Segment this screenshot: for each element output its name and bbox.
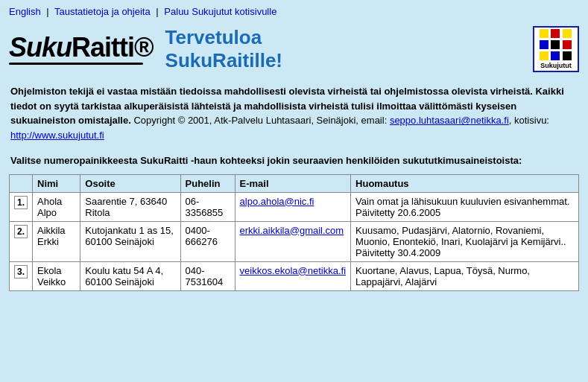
separator-1: |	[46, 6, 48, 17]
home-link[interactable]: Paluu Sukujutut kotisivulle	[164, 6, 276, 17]
table-body: 1.Ahola AlpoSaarentie 7, 63640 Ritola06-…	[10, 192, 579, 290]
row-number[interactable]: 1.	[10, 192, 33, 221]
table-row: 1.Ahola AlpoSaarentie 7, 63640 Ritola06-…	[10, 192, 579, 221]
disclaimer-comma: , kotisivu:	[509, 115, 549, 126]
row-number[interactable]: 2.	[10, 221, 33, 261]
badge-grid	[540, 29, 572, 60]
badge-cell	[551, 29, 560, 38]
top-navigation: English | Taustatietoja ja ohjeita | Pal…	[0, 0, 588, 20]
badge-cell	[563, 40, 572, 49]
table-row: 2.Aikkila ErkkiKutojankatu 1 as 15, 6010…	[10, 221, 579, 261]
col-email: E-mail	[235, 174, 351, 192]
separator-2: |	[156, 6, 158, 17]
badge-cell	[540, 40, 549, 49]
email-link[interactable]: erkki.aikkila@gmail.com	[240, 225, 344, 236]
row-nimi: Ahola Alpo	[33, 192, 80, 221]
badge-cell	[540, 29, 549, 38]
row-huomautus: Kuortane, Alavus, Lapua, Töysä, Nurmo, L…	[351, 261, 579, 290]
col-nimi: Nimi	[33, 174, 80, 192]
row-huomautus: Vain omat ja lähisukuun kuuluvien esivan…	[351, 192, 579, 221]
english-link[interactable]: English	[9, 6, 41, 17]
table-row: 3.Ekola VeikkoKoulu katu 54 A 4, 60100 S…	[10, 261, 579, 290]
row-huomautus: Kuusamo, Pudasjärvi, Alatornio, Rovaniem…	[351, 221, 579, 261]
header: SukuRaitti® Tervetuloa SukuRaitille! Suk…	[0, 20, 588, 78]
welcome-line2: SukuRaitille!	[165, 49, 521, 72]
row-nimi: Ekola Veikko	[33, 261, 80, 290]
logo-area: SukuRaitti®	[9, 34, 154, 65]
disclaimer-normal: Copyright © 2001, Atk-Palvelu Luhtasaari…	[131, 115, 387, 126]
col-huomautus: Huomautus	[351, 174, 579, 192]
row-puhelin: 06-3356855	[180, 192, 235, 221]
background-link[interactable]: Taustatietoja ja ohjeita	[54, 6, 151, 17]
logo-underline	[9, 63, 143, 65]
badge-cell	[551, 40, 560, 49]
badge-cell	[540, 51, 549, 60]
sukujutut-badge[interactable]: Sukujutut	[533, 26, 579, 72]
table-header-row: Nimi Osoite Puhelin E-mail Huomautus	[10, 174, 579, 192]
data-table: Nimi Osoite Puhelin E-mail Huomautus 1.A…	[9, 174, 579, 291]
row-osoite: Kutojankatu 1 as 15, 60100 Seinäjoki	[80, 221, 180, 261]
disclaimer: Ohjelmiston tekijä ei vastaa mistään tie…	[0, 78, 588, 150]
logo-text: SukuRaitti®	[9, 34, 154, 61]
row-puhelin: 0400-666276	[180, 221, 235, 261]
row-osoite: Saarentie 7, 63640 Ritola	[80, 192, 180, 221]
email-link[interactable]: veikkos.ekola@netikka.fi	[240, 265, 347, 276]
col-puhelin: Puhelin	[180, 174, 235, 192]
col-num	[10, 174, 33, 192]
row-nimi: Aikkila Erkki	[33, 221, 80, 261]
row-email: veikkos.ekola@netikka.fi	[235, 261, 351, 290]
badge-cell	[563, 51, 572, 60]
instructions-text: Valitse numeropainikkeesta SukuRaitti -h…	[10, 155, 522, 166]
badge-cell	[551, 51, 560, 60]
row-osoite: Koulu katu 54 A 4, 60100 Seinäjoki	[80, 261, 180, 290]
website-link[interactable]: http://www.sukujutut.fi	[10, 130, 104, 141]
badge-cell	[563, 29, 572, 38]
col-osoite: Osoite	[80, 174, 180, 192]
row-puhelin: 040-7531604	[180, 261, 235, 290]
sukujutut-label: Sukujutut	[540, 62, 572, 69]
logo-suku: Suku	[9, 32, 72, 63]
instructions: Valitse numeropainikkeesta SukuRaitti -h…	[0, 150, 588, 174]
welcome-line1: Tervetuloa	[165, 26, 521, 49]
email-link[interactable]: seppo.luhtasaari@netikka.fi	[390, 115, 509, 126]
row-number[interactable]: 3.	[10, 261, 33, 290]
welcome-text: Tervetuloa SukuRaitille!	[165, 26, 521, 72]
logo-raitti: Raitti	[72, 32, 134, 63]
row-email: alpo.ahola@nic.fi	[235, 192, 351, 221]
row-email: erkki.aikkila@gmail.com	[235, 221, 351, 261]
email-link[interactable]: alpo.ahola@nic.fi	[240, 196, 314, 207]
